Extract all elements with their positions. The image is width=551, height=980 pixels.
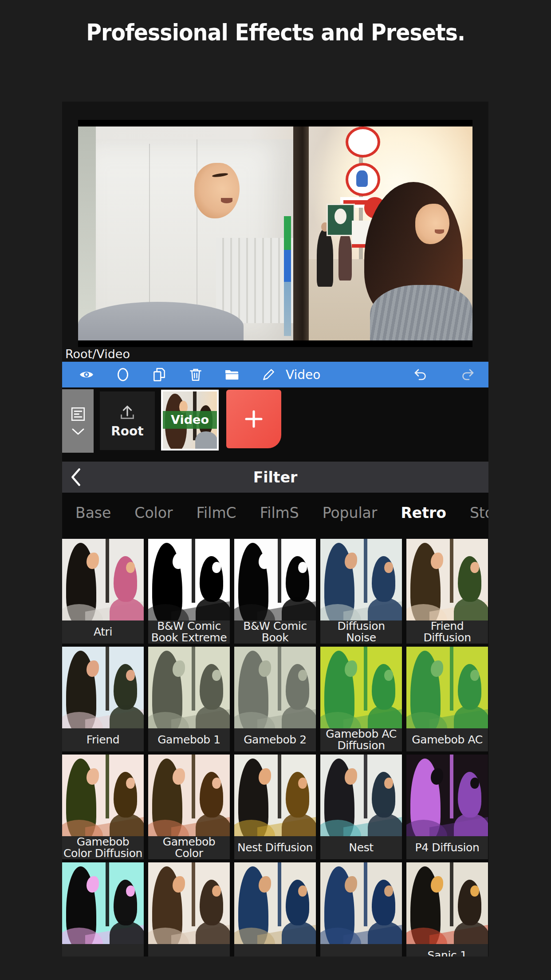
copy-icon[interactable] xyxy=(152,367,167,382)
filter-tile[interactable]: Nest xyxy=(320,755,402,859)
filter-label: Friend Diffusion xyxy=(406,620,488,644)
filter-section: BaseColorFilmCFilmSPopularRetroSto AtriB… xyxy=(62,493,488,956)
upload-icon xyxy=(118,403,137,421)
filter-thumbnail xyxy=(62,539,144,620)
filter-thumbnail xyxy=(320,647,402,728)
tab-base[interactable]: Base xyxy=(75,504,111,522)
media-toolbar: Video xyxy=(62,362,488,387)
filter-label: Gamebob Color xyxy=(148,836,230,859)
filter-label: P4 Diffusion xyxy=(406,836,488,859)
clip-thumbnail-image: Video xyxy=(163,391,217,449)
filter-tile[interactable]: B&W Comic Book Extreme xyxy=(148,539,230,644)
video-clip-thumbnail[interactable]: Video xyxy=(161,390,219,450)
filter-thumbnail xyxy=(406,647,488,728)
eye-icon[interactable] xyxy=(79,367,94,382)
filter-header: Filter xyxy=(62,462,488,493)
filter-label xyxy=(62,944,144,956)
filter-label: B&W Comic Book xyxy=(234,620,316,644)
tab-color[interactable]: Color xyxy=(134,504,173,522)
filter-tile[interactable] xyxy=(148,862,230,956)
filter-thumbnail xyxy=(406,755,488,836)
filter-tile[interactable]: Gamebob 1 xyxy=(148,647,230,751)
filter-thumbnail xyxy=(320,755,402,836)
filter-label: B&W Comic Book Extreme xyxy=(148,620,230,644)
folder-icon[interactable] xyxy=(224,367,240,382)
filter-label xyxy=(320,944,402,956)
filter-label: Friend xyxy=(62,728,144,751)
filter-tile[interactable]: P4 Diffusion xyxy=(406,755,488,859)
scene-pole xyxy=(293,126,309,340)
filter-tab-bar: BaseColorFilmCFilmSPopularRetroSto xyxy=(62,493,488,522)
filter-tile[interactable]: B&W Comic Book xyxy=(234,539,316,644)
filter-thumbnail xyxy=(234,755,316,836)
trash-icon[interactable] xyxy=(188,367,203,382)
filter-label: Sanic 1 xyxy=(406,944,488,956)
filter-tile[interactable]: Sanic 1 xyxy=(406,862,488,956)
filter-thumbnail xyxy=(62,862,144,944)
video-preview[interactable] xyxy=(78,120,472,347)
scene-building xyxy=(78,126,96,340)
tab-retro[interactable]: Retro xyxy=(401,504,446,522)
ellipse-icon[interactable] xyxy=(115,367,130,382)
filter-label: Nest Diffusion xyxy=(234,836,316,859)
page-title: Professional Effects and Presets. xyxy=(0,20,551,46)
filter-label: Atri xyxy=(62,620,144,644)
filter-thumbnail xyxy=(234,862,316,944)
root-folder-label: Root xyxy=(111,424,143,439)
filter-label: Gamebob AC xyxy=(406,728,488,751)
filter-tile[interactable]: Friend Diffusion xyxy=(406,539,488,644)
add-clip-button[interactable] xyxy=(226,390,281,448)
filter-thumbnail xyxy=(62,647,144,728)
tab-films[interactable]: FilmS xyxy=(260,504,299,522)
filter-tile[interactable]: Gamebob AC xyxy=(406,647,488,751)
filter-tile[interactable] xyxy=(234,862,316,956)
filter-tile[interactable]: Atri xyxy=(62,539,144,644)
filter-label: Gamebob AC Diffusion xyxy=(320,728,402,751)
filter-tile[interactable]: Gamebob Color Diffusion xyxy=(62,755,144,859)
filter-grid: AtriB&W Comic Book ExtremeB&W Comic Book… xyxy=(62,539,488,956)
filter-label: Nest xyxy=(320,836,402,859)
scene-pedestrian xyxy=(317,229,333,287)
undo-icon[interactable] xyxy=(413,367,428,382)
filter-tile[interactable]: Gamebob Color xyxy=(148,755,230,859)
app-screenshot-panel: Root/Video Video xyxy=(62,102,488,956)
filter-thumbnail xyxy=(406,539,488,620)
filter-tile[interactable]: Gamebob AC Diffusion xyxy=(320,647,402,751)
filter-label: Gamebob Color Diffusion xyxy=(62,836,144,859)
filter-thumbnail xyxy=(406,862,488,944)
strip-sidebar[interactable] xyxy=(62,389,94,453)
scene-pedestrian xyxy=(338,231,352,281)
filter-thumbnail xyxy=(148,755,230,836)
filter-tile[interactable] xyxy=(320,862,402,956)
tab-filmc[interactable]: FilmC xyxy=(197,504,236,522)
scene-woman-right-sweater xyxy=(370,285,472,340)
filter-label xyxy=(148,944,230,956)
filter-tile[interactable]: Nest Diffusion xyxy=(234,755,316,859)
filter-tile[interactable]: Gamebob 2 xyxy=(234,647,316,751)
filter-thumbnail xyxy=(234,539,316,620)
filter-thumbnail xyxy=(148,539,230,620)
back-button[interactable] xyxy=(69,468,83,486)
video-preview-image xyxy=(78,126,472,340)
scene-traffic-sign xyxy=(346,163,380,196)
redo-icon[interactable] xyxy=(460,367,475,382)
tab-popular[interactable]: Popular xyxy=(323,504,378,522)
pencil-icon[interactable] xyxy=(261,367,276,382)
plus-icon xyxy=(242,407,265,431)
filter-thumbnail xyxy=(320,539,402,620)
filter-label: Gamebob 2 xyxy=(234,728,316,751)
list-icon xyxy=(71,407,86,422)
clip-name-banner: Video xyxy=(163,411,217,429)
filter-tile[interactable]: Friend xyxy=(62,647,144,751)
filter-tile[interactable]: Diffusion Noise xyxy=(320,539,402,644)
filter-thumbnail xyxy=(234,647,316,728)
tab-sto[interactable]: Sto xyxy=(470,504,488,522)
filter-tile[interactable] xyxy=(62,862,144,956)
filter-thumbnail xyxy=(320,862,402,944)
filter-thumbnail xyxy=(62,755,144,836)
scene-traffic-sign xyxy=(346,126,380,158)
filter-label xyxy=(234,944,316,956)
root-folder-button[interactable]: Root xyxy=(100,391,155,450)
filter-panel-title: Filter xyxy=(253,469,298,486)
filter-thumbnail xyxy=(148,647,230,728)
